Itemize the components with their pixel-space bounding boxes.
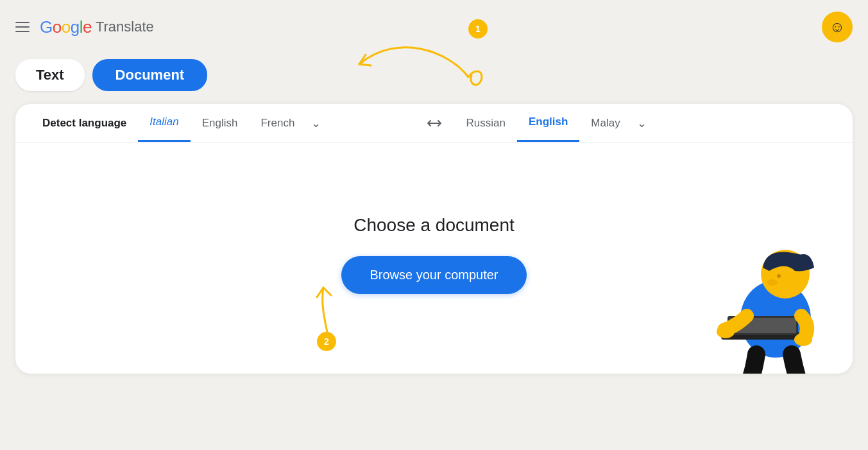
document-title: Choose a document <box>353 215 515 236</box>
source-lang-dropdown[interactable]: ⌄ <box>306 105 326 142</box>
annotation-badge-2: 2 <box>317 332 336 351</box>
target-lang-russian[interactable]: Russian <box>455 105 517 141</box>
detect-language-btn[interactable]: Detect language <box>31 105 138 141</box>
google-logo: Google <box>40 17 92 37</box>
character-illustration <box>686 226 853 374</box>
tabs-bar: Text Document <box>0 54 868 104</box>
header: Google Translate 1 ☺ <box>0 0 868 54</box>
svg-point-2 <box>777 274 781 278</box>
app-subtitle: Translate <box>96 19 154 35</box>
target-lang-malay[interactable]: Malay <box>579 105 631 141</box>
target-lang-english[interactable]: English <box>517 104 579 142</box>
svg-point-8 <box>767 279 778 286</box>
target-lang-dropdown[interactable]: ⌄ <box>632 105 652 142</box>
tab-document[interactable]: Document <box>92 59 208 91</box>
main-card: Detect language Italian English French ⌄… <box>15 104 853 374</box>
annotation-badge-1: 1 <box>468 19 488 39</box>
menu-icon[interactable] <box>15 22 30 32</box>
user-avatar[interactable]: ☺ <box>822 12 853 42</box>
content-area: Choose a document Browse your computer <box>15 143 853 374</box>
lang-bar: Detect language Italian English French ⌄… <box>15 104 853 143</box>
browse-computer-btn[interactable]: Browse your computer <box>341 256 526 294</box>
svg-point-6 <box>717 325 735 338</box>
lang-target: Russian English Malay ⌄ <box>455 104 838 142</box>
lang-source: Detect language Italian English French ⌄ <box>31 104 414 142</box>
source-lang-english[interactable]: English <box>191 105 250 141</box>
swap-languages-btn[interactable] <box>414 116 455 131</box>
svg-point-7 <box>794 333 812 346</box>
tab-text[interactable]: Text <box>15 59 85 91</box>
source-lang-french[interactable]: French <box>249 105 306 141</box>
source-lang-italian[interactable]: Italian <box>138 104 190 142</box>
